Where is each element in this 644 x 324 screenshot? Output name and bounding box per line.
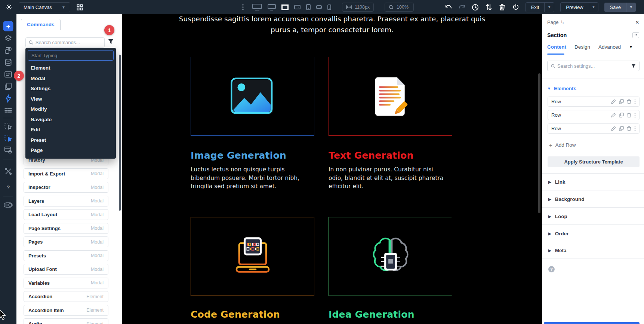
command-item-page-settings[interactable]: Page SettingsModal xyxy=(24,223,108,234)
command-item-presets[interactable]: PresetsModal xyxy=(24,250,108,261)
dropdown-option-settings[interactable]: Settings xyxy=(25,83,116,94)
more-dots-icon[interactable] xyxy=(239,3,247,11)
trash-icon[interactable] xyxy=(627,99,631,104)
canvas-scrollbar[interactable] xyxy=(538,73,540,213)
left-panel-scrollbar[interactable] xyxy=(119,55,121,211)
tab-design[interactable]: Design xyxy=(574,44,590,50)
search-commands-input[interactable] xyxy=(36,40,101,45)
dropdown-option-modal[interactable]: Modal xyxy=(25,73,116,84)
exit-dropdown-caret[interactable]: ▼ xyxy=(544,3,554,12)
command-item-layers[interactable]: LayersModal xyxy=(24,196,108,207)
add-row-button[interactable]: + Add Row xyxy=(549,142,576,148)
command-item-upload-font[interactable]: Upload FontModal xyxy=(24,264,108,275)
search-settings-input[interactable] xyxy=(557,63,629,69)
command-item-accordion-item[interactable]: Accordion ItemElement xyxy=(24,305,108,316)
sort-arrows-icon[interactable] xyxy=(485,3,493,11)
element-row-2[interactable]: Row xyxy=(548,110,640,120)
device-tablet-portrait-icon[interactable] xyxy=(306,4,311,10)
close-panel-icon[interactable]: × xyxy=(635,19,639,25)
dropdown-option-edit[interactable]: Edit xyxy=(25,125,116,135)
duplicate-icon[interactable] xyxy=(619,99,624,104)
device-phone-landscape-icon[interactable] xyxy=(316,5,322,9)
save-button[interactable]: Save ▼ xyxy=(604,3,636,12)
copy-pages-icon[interactable] xyxy=(5,83,12,90)
dropdown-option-view[interactable]: View xyxy=(25,94,116,104)
zoom-level-input[interactable]: 100% xyxy=(385,3,414,12)
grid-view-icon[interactable] xyxy=(76,3,84,11)
dropdown-typing-input[interactable] xyxy=(31,53,110,58)
trash-icon[interactable] xyxy=(627,126,631,131)
shapes-design-icon[interactable] xyxy=(4,47,12,54)
database-icon[interactable] xyxy=(5,59,12,66)
edit-pencil-icon[interactable] xyxy=(611,99,616,104)
preview-button[interactable]: Preview ▼ xyxy=(560,2,598,12)
layers-icon[interactable] xyxy=(4,35,12,42)
power-export-icon[interactable] xyxy=(512,3,520,11)
add-element-button[interactable]: + xyxy=(3,21,13,31)
dropdown-option-element[interactable]: Element xyxy=(25,63,116,73)
trash-icon[interactable] xyxy=(627,113,631,117)
element-row-3[interactable]: Row xyxy=(548,123,640,134)
command-item-pages[interactable]: PagesModal xyxy=(24,236,108,247)
card-text-generation[interactable] xyxy=(329,57,452,136)
search-settings-box[interactable] xyxy=(547,61,640,71)
duplicate-icon[interactable] xyxy=(619,113,624,117)
kebab-menu-icon[interactable] xyxy=(634,126,636,131)
accordion-order[interactable]: ▶Order xyxy=(548,231,568,236)
help-icon[interactable]: ? xyxy=(548,266,555,272)
dropdown-option-navigate[interactable]: Navigate xyxy=(25,114,116,125)
edit-pencil-icon[interactable] xyxy=(611,113,616,117)
tab-commands[interactable]: Commands xyxy=(21,19,61,30)
apply-structure-template-button[interactable]: Apply Structure Template xyxy=(548,156,640,167)
canvas-width-input[interactable]: 1108px xyxy=(342,3,374,12)
filter-funnel-icon[interactable] xyxy=(108,39,114,46)
command-item-import-export[interactable]: Import & ExportModal xyxy=(24,168,108,179)
card-code-generation[interactable] xyxy=(191,217,314,296)
dropdown-option-modify[interactable]: Modify xyxy=(25,104,116,114)
duplicate-icon[interactable] xyxy=(619,126,624,131)
preview-dropdown-caret[interactable]: ▼ xyxy=(589,3,598,12)
command-item-accordion[interactable]: AccordionElement xyxy=(24,291,108,302)
kebab-menu-icon[interactable] xyxy=(634,113,636,118)
command-item-load-layout[interactable]: Load LayoutModal xyxy=(24,209,108,220)
device-tablet-landscape-icon[interactable] xyxy=(294,5,301,9)
card-image-generation[interactable] xyxy=(191,57,314,136)
element-options-icon[interactable] xyxy=(632,32,639,38)
trash-icon[interactable] xyxy=(499,3,506,11)
device-desktop-xl-icon[interactable] xyxy=(252,4,262,10)
form-card-icon[interactable] xyxy=(4,71,12,78)
tools-icon[interactable] xyxy=(5,168,12,175)
edit-pencil-icon[interactable] xyxy=(611,126,616,131)
accordion-link[interactable]: ▶Link xyxy=(548,179,565,185)
exit-button[interactable]: Exit ▼ xyxy=(526,2,555,12)
device-laptop-icon-active[interactable] xyxy=(281,4,289,10)
breadcrumb-page[interactable]: Page xyxy=(547,19,558,25)
tab-advanced[interactable]: Advanced xyxy=(598,44,621,50)
dropdown-option-page[interactable]: Page xyxy=(25,145,116,156)
history-clock-icon[interactable] xyxy=(472,3,479,11)
search-commands-box[interactable] xyxy=(25,37,105,48)
command-item-audio[interactable]: AudioElement xyxy=(24,318,108,324)
command-item-variables[interactable]: VariablesModal xyxy=(24,278,108,288)
element-row-1[interactable]: Row xyxy=(548,97,640,107)
browser-data-icon[interactable] xyxy=(4,147,12,154)
device-phone-portrait-icon[interactable] xyxy=(327,4,331,10)
accordion-background[interactable]: ▶Background xyxy=(548,196,584,202)
command-item-inspector[interactable]: InspectorModal xyxy=(24,182,108,193)
select-element-icon-active[interactable] xyxy=(4,134,12,142)
dropdown-option-preset[interactable]: Preset xyxy=(25,135,116,146)
undo-icon[interactable] xyxy=(445,3,452,11)
tabs-dropdown-caret[interactable]: ▼ xyxy=(629,45,633,49)
select-element-icon[interactable] xyxy=(4,122,12,130)
canvas-selector[interactable]: Main Canvas ▼ xyxy=(19,2,70,12)
page-canvas[interactable]: Suspendisse sagittis lorem accumsan conv… xyxy=(122,14,542,324)
rows-list-icon[interactable] xyxy=(4,108,12,113)
commands-lightning-icon-active[interactable] xyxy=(5,94,11,103)
help-icon[interactable]: ? xyxy=(6,184,10,190)
elements-section-header[interactable]: ▼ Elements xyxy=(547,86,576,91)
settings-toggle[interactable] xyxy=(4,202,13,208)
bottom-action-bar[interactable] xyxy=(544,322,640,324)
dropdown-typing-box[interactable] xyxy=(28,50,114,61)
accordion-loop[interactable]: ▶Loop xyxy=(548,214,567,219)
redo-icon[interactable] xyxy=(458,3,466,11)
